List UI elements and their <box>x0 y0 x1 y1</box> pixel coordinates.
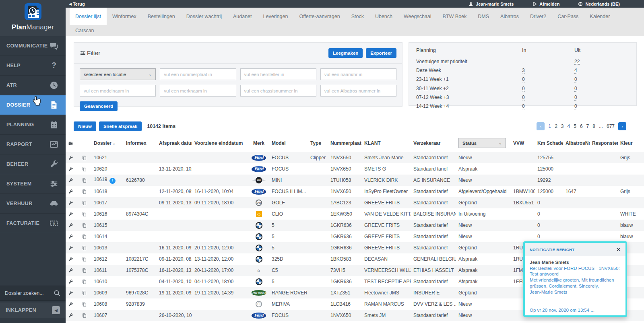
col-kleur[interactable]: Kleur <box>618 135 644 152</box>
edit-wrench-icon[interactable] <box>68 279 73 284</box>
tab-leveringen[interactable]: Leveringen <box>258 8 294 25</box>
col-klant[interactable]: KLANT <box>362 135 411 152</box>
page-number-2[interactable]: 2 <box>555 123 557 129</box>
copy-icon[interactable] <box>82 301 87 307</box>
edit-wrench-icon[interactable] <box>68 155 73 160</box>
sidebar-item-beheer[interactable]: BEHEER <box>0 154 66 174</box>
tab-dossier-lijst[interactable]: Dossier lijst <box>70 8 107 25</box>
edit-wrench-icon[interactable] <box>68 166 73 172</box>
column-settings-icon[interactable] <box>66 135 79 152</box>
page-next-button[interactable]: › <box>618 122 626 130</box>
language-select[interactable]: Nederlands (BE) <box>578 2 620 6</box>
planning-in-value[interactable]: 3 <box>522 67 574 74</box>
col-albatrosnr[interactable]: AlbatrosNr <box>563 135 590 152</box>
filter-input-2[interactable] <box>240 68 316 80</box>
logo[interactable]: PlanManager <box>0 0 66 36</box>
search-icon[interactable] <box>54 290 61 297</box>
copy-icon[interactable] <box>82 290 87 296</box>
edit-wrench-icon[interactable] <box>68 290 73 296</box>
dossier-search-input[interactable] <box>5 290 50 296</box>
copy-icon[interactable] <box>82 222 87 228</box>
table-row[interactable]: 1061551GKR636GREEVE FRITSStandaard tarie… <box>66 220 644 231</box>
info-icon[interactable]: ! <box>109 178 116 184</box>
page-number-8[interactable]: 8 <box>592 123 595 129</box>
tab-dms[interactable]: DMS <box>472 8 495 25</box>
edit-wrench-icon[interactable] <box>68 313 73 318</box>
copy-icon[interactable] <box>82 234 87 239</box>
export-button[interactable]: Exporteer <box>366 48 396 58</box>
advanced-filter-button[interactable]: Geavanceerd <box>80 101 118 111</box>
planning-in-value[interactable]: 0 <box>522 94 574 101</box>
page-number-3[interactable]: 3 <box>561 123 564 129</box>
tab-ubench[interactable]: Ubench <box>369 8 398 25</box>
tab-kalender[interactable]: Kalender <box>584 8 615 25</box>
edit-wrench-icon[interactable] <box>68 189 73 194</box>
page-number-7[interactable]: 7 <box>586 123 589 129</box>
page-number-4[interactable]: 4 <box>568 123 570 129</box>
location-select[interactable]: selecteer een locatie ⌄ <box>80 68 156 80</box>
filter-input-3[interactable] <box>320 68 396 80</box>
sidebar-item-verhuur[interactable]: VERHUUR <box>0 194 66 214</box>
copy-icon[interactable] <box>82 189 87 194</box>
sidebar-item-communicatie[interactable]: COMMUNICATIE <box>0 36 66 56</box>
sidebar-item-help[interactable]: HELP? <box>0 56 66 76</box>
copy-icon[interactable] <box>82 211 87 217</box>
close-icon[interactable]: ✕ <box>616 247 621 253</box>
planning-in-value[interactable]: 0 <box>522 85 574 92</box>
copy-icon[interactable] <box>82 267 87 273</box>
edit-wrench-icon[interactable] <box>68 200 73 206</box>
page-number-677[interactable]: 677 <box>607 123 615 129</box>
col-verzekeraar[interactable]: Verzekeraar <box>411 135 456 152</box>
copy-icon[interactable] <box>82 200 87 206</box>
col-km-schade[interactable]: Km Schade <box>535 135 563 152</box>
planning-uit-value[interactable]: 22 <box>574 58 629 65</box>
table-row[interactable]: 1061812-11-2020, 08:0016-11-2020, 10:04F… <box>66 186 644 197</box>
table-row[interactable]: 1061709-11-2020, 13:0009-11-2020, 18:00V… <box>66 197 644 208</box>
table-row[interactable]: 10621FordFOCUSClipper1NVX650Smets Jean-M… <box>66 152 644 163</box>
copy-icon[interactable] <box>82 177 87 183</box>
sidebar-item-planning[interactable]: PLANNING <box>0 115 66 135</box>
edit-wrench-icon[interactable] <box>68 222 73 228</box>
tab-car-pass[interactable]: Car-Pass <box>552 8 584 25</box>
sidebar-item-rapport[interactable]: RAPPORT <box>0 135 66 154</box>
col-responster[interactable]: Responster <box>590 135 618 152</box>
col-model[interactable]: Model <box>269 135 308 152</box>
edit-wrench-icon[interactable] <box>68 211 73 217</box>
new-dossier-button[interactable]: Nieuw <box>74 121 96 131</box>
planning-uit-value[interactable]: 0 <box>574 103 629 110</box>
tab-dossier-wachtrij[interactable]: Dossier wachtrij <box>181 8 227 25</box>
sidebar-item-facturatie[interactable]: FACTURATIE0 <box>0 214 66 233</box>
col-informex[interactable]: Informex <box>124 135 157 152</box>
col-dossier[interactable]: Dossier▽ <box>91 135 124 152</box>
planning-uit-value[interactable]: 0 <box>574 85 629 92</box>
tab-winformex[interactable]: Winformex <box>107 8 142 25</box>
copy-icon[interactable] <box>82 279 87 284</box>
planning-uit-value[interactable]: 4 <box>574 67 629 74</box>
table-row[interactable]: 10619!6126780MINIMINI1TUH058VLERICK DIRK… <box>66 175 644 186</box>
tab-weegschaal[interactable]: Weegschaal <box>398 8 437 25</box>
col-nummerplaat[interactable]: Nummerplaat <box>328 135 362 152</box>
edit-wrench-icon[interactable] <box>68 177 73 183</box>
planning-in-value[interactable]: 0 <box>522 76 574 83</box>
tab-bestellingen[interactable]: Bestellingen <box>142 8 181 25</box>
planning-in-value[interactable]: 0 <box>522 103 574 110</box>
user-menu[interactable]: Jean-marie Smets <box>469 2 514 6</box>
tab-albatros[interactable]: Albatros <box>495 8 524 25</box>
edit-wrench-icon[interactable] <box>68 256 73 262</box>
sidebar-item-atr[interactable]: ATR <box>0 76 66 95</box>
table-row[interactable]: 1061451GKR636GREEVE FRITSStandaard tarie… <box>66 231 644 242</box>
col-afspraak-datum[interactable]: Afspraak datum <box>157 135 192 152</box>
tab-audanet[interactable]: Audanet <box>227 8 258 25</box>
col-type[interactable]: Type <box>308 135 328 152</box>
tab-carscan[interactable]: Carscan <box>70 25 100 36</box>
table-row[interactable]: 106168974304C◇CLIO1EKW350VAN DE VELDE KI… <box>66 208 644 220</box>
table-row[interactable]: 1062013-11-2020, 10:00FordFOCUS1NVX650SM… <box>66 163 644 175</box>
copy-icon[interactable] <box>82 155 87 160</box>
page-number-1[interactable]: 1 <box>548 123 551 129</box>
quick-appointment-button[interactable]: Snelle afspraak <box>99 121 142 131</box>
tab-stock[interactable]: Stock <box>346 8 369 25</box>
filter-input-6[interactable] <box>240 85 316 97</box>
page-number-6[interactable]: 6 <box>580 123 583 129</box>
col-merk[interactable]: Merk <box>248 135 269 152</box>
status-filter-select[interactable]: Status⌄ <box>456 135 511 152</box>
